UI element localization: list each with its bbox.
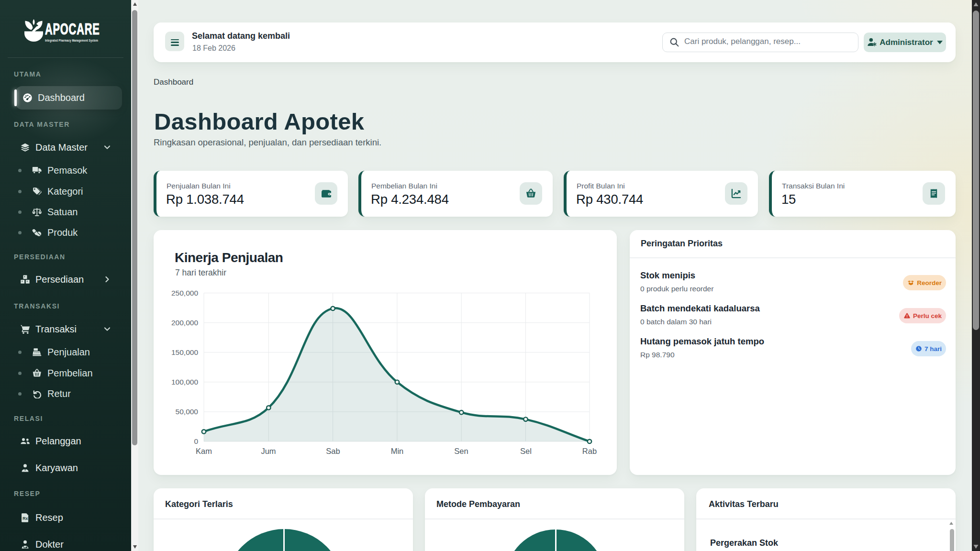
svg-text:Sel: Sel [520, 447, 532, 455]
svg-text:250,000: 250,000 [171, 289, 198, 297]
svg-text:200,000: 200,000 [171, 319, 198, 327]
svg-text:0: 0 [194, 437, 198, 445]
svg-text:Jum: Jum [261, 447, 276, 455]
svg-text:100,000: 100,000 [171, 378, 198, 386]
svg-text:Sab: Sab [326, 447, 340, 455]
svg-text:Kam: Kam [196, 447, 212, 455]
svg-text:Sen: Sen [454, 447, 468, 455]
svg-text:150,000: 150,000 [171, 348, 198, 356]
svg-text:Rab: Rab [582, 447, 597, 455]
svg-text:Rx: Rx [22, 516, 28, 520]
svg-text:50,000: 50,000 [176, 408, 199, 416]
svg-text:Min: Min [391, 447, 404, 455]
